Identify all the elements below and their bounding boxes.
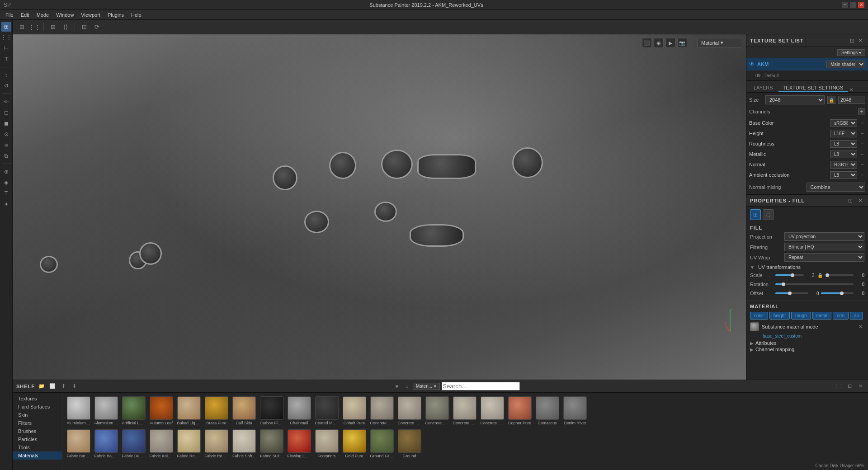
tool-move[interactable]: ↕ <box>1 70 11 80</box>
tool-eyedrop[interactable]: ⊙ <box>1 129 11 139</box>
shelf-sidebar-materials[interactable]: Materials <box>13 451 62 460</box>
viewport[interactable]: ⬛ ◉ ▶ 📷 Material ▾ <box>13 34 746 380</box>
pf-projection-select[interactable]: UV projection <box>784 232 864 241</box>
shelf-item-ground[interactable]: Ground <box>397 429 422 459</box>
toolbar-3d[interactable]: ⊞ <box>47 22 58 33</box>
shelf-item-fabric-rough1[interactable]: Fabric Rough... <box>176 429 201 459</box>
tool-particles[interactable]: ✦ <box>1 199 11 209</box>
tool-paint[interactable]: ⊢ <box>1 43 11 53</box>
shelf-item-concrete-si[interactable]: Concrete Si... <box>452 396 477 426</box>
pf-filtering-select[interactable]: Bilinear | HQ <box>784 243 864 251</box>
tsl-shader-select[interactable]: Main shader <box>826 61 865 68</box>
uv-scale-slider-1[interactable] <box>775 272 804 279</box>
mat-tab-color[interactable]: color <box>750 312 768 320</box>
tab-texture-set-settings[interactable]: TEXTURE SET SETTINGS <box>778 83 848 92</box>
shelf-item-flowing-lav[interactable]: Flowing Lav... <box>287 429 311 459</box>
channel-mapping-header[interactable]: ▶ Channel mapping <box>750 347 864 352</box>
tsl-close-btn[interactable]: ✕ <box>856 37 864 45</box>
shelf-item-damascus[interactable]: Damascus <box>535 396 560 426</box>
shelf-sidebar-particles[interactable]: Particles <box>13 435 62 443</box>
tab-layers[interactable]: LAYERS <box>749 83 778 92</box>
minimize-button[interactable]: − <box>842 2 848 8</box>
channel-minus-normal[interactable]: − <box>859 161 865 168</box>
shelf-item-baked-light[interactable]: Baked Light _ <box>176 396 201 426</box>
channel-minus-roughness[interactable]: − <box>859 141 865 147</box>
channel-format-metallic[interactable]: L8 <box>830 150 857 158</box>
shelf-import-btn[interactable]: ⬆ <box>59 382 67 390</box>
mat-tab-rough[interactable]: rough <box>791 312 811 320</box>
shelf-search-btn[interactable]: ○ <box>403 382 411 390</box>
shelf-sidebar-hard-surfaces[interactable]: Hard Surfaces <box>13 403 62 411</box>
uv-offset-slider-2[interactable] <box>821 290 854 297</box>
shelf-item-copper-pure[interactable]: Copper Pure <box>507 396 532 426</box>
channel-format-ao[interactable]: L8 <box>830 171 857 179</box>
tool-brush[interactable]: ✏ <box>1 97 11 107</box>
shelf-item-footprints[interactable]: Footprints <box>314 429 339 459</box>
toolbar-reset[interactable]: ⟳ <box>91 22 102 33</box>
shelf-item-concrete-d[interactable]: Concrete D... <box>425 396 449 426</box>
shelf-search-input[interactable] <box>442 382 520 390</box>
attributes-header[interactable]: ▶ Attributes <box>750 340 864 346</box>
mat-tab-ao[interactable]: ao <box>850 312 863 320</box>
material-close-button[interactable]: ✕ <box>857 323 864 330</box>
toolbar-frame[interactable]: ⊡ <box>79 22 90 33</box>
tool-text[interactable]: T <box>1 188 11 198</box>
shelf-folder-btn[interactable]: 📁 <box>38 382 46 390</box>
tool-smudge[interactable]: ≋ <box>1 140 11 150</box>
tsl-item-row[interactable]: 👁 AKM Main shader <box>746 58 868 70</box>
menu-help[interactable]: Help <box>127 11 145 19</box>
viewport-material-dropdown[interactable]: Material ▾ <box>697 38 742 47</box>
tool-fill[interactable]: ◼ <box>1 118 11 128</box>
pf-expand-btn[interactable]: ⊡ <box>846 197 854 205</box>
tool-grid[interactable]: ⋮⋮ <box>1 33 11 42</box>
uv-rotation-slider[interactable] <box>775 281 854 288</box>
shelf-item-ground-gra[interactable]: Ground Gra... <box>369 429 394 459</box>
shelf-grid-toggle[interactable]: ⋮⋮ <box>835 382 843 390</box>
shelf-minimize-btn[interactable]: ⊡ <box>845 382 854 390</box>
uv-scale-lock[interactable]: 🔒 <box>816 272 824 279</box>
menu-edit[interactable]: Edit <box>17 11 33 19</box>
menu-plugins[interactable]: Plugins <box>104 11 127 19</box>
shelf-item-calf-skin[interactable]: Calf Skin <box>231 396 256 426</box>
shelf-new-btn[interactable]: ⬜ <box>48 382 57 390</box>
shelf-item-fabric-base[interactable]: Fabric Base... <box>94 429 118 459</box>
mat-tab-metal[interactable]: metal <box>812 312 831 320</box>
uv-transformations-header[interactable]: ▼ UV transformations <box>750 264 864 270</box>
shelf-item-fabric-rough2[interactable]: Fabric Roug... <box>204 429 229 459</box>
uv-offset-slider-1[interactable] <box>775 290 808 297</box>
shelf-sidebar-skin[interactable]: Skin <box>13 411 62 419</box>
shelf-item-brass-pure[interactable]: Brass Pure <box>204 396 229 426</box>
shelf-item-fabric-suit[interactable]: Fabric Suit... <box>259 429 284 459</box>
shelf-item-denim-rivet[interactable]: Denim Rivet <box>562 396 587 426</box>
shelf-item-concrete-b[interactable]: Concrete B... <box>369 396 394 426</box>
shelf-filter-tag[interactable]: Materi... ✕ <box>413 383 440 390</box>
shelf-item-aluminium2[interactable]: Aluminium ... <box>94 396 118 426</box>
material-custom-label[interactable]: base_steel_custom <box>763 334 802 338</box>
menu-mode[interactable]: Mode <box>33 11 53 19</box>
shelf-item-cobalt-pure[interactable]: Cobalt Pure <box>342 396 367 426</box>
shelf-item-concrete-cl[interactable]: Concrete Cl... <box>397 396 422 426</box>
pf-mode-paint-btn[interactable]: ◌ <box>763 209 774 220</box>
shelf-item-aluminium1[interactable]: Aluminium ... <box>66 396 91 426</box>
shelf-item-concrete-s2[interactable]: Concrete S... <box>480 396 505 426</box>
tool-material[interactable]: ◈ <box>1 178 11 188</box>
shelf-sidebar-filters[interactable]: Filters <box>13 419 62 427</box>
shelf-item-carbon-fiber[interactable]: Carbon Fiber <box>259 396 284 426</box>
mat-tab-height[interactable]: height <box>769 312 790 320</box>
pf-mode-fill-btn[interactable]: ⊞ <box>750 209 761 220</box>
toolbar-grid-large[interactable]: ⋮⋮ <box>29 22 40 33</box>
shelf-sidebar-tools[interactable]: Tools <box>13 443 62 451</box>
menu-window[interactable]: Window <box>52 11 77 19</box>
normal-mixing-select[interactable]: Combine <box>807 183 866 192</box>
shelf-item-fabric-soft[interactable]: Fabric Soft... <box>231 429 256 459</box>
shelf-item-gold-pure[interactable]: Gold Pure <box>342 429 367 459</box>
viewport-icon-camera[interactable]: 📷 <box>677 38 687 48</box>
tool-rotate[interactable]: ↺ <box>1 81 11 91</box>
tss-size-select[interactable]: 2048 1024 4096 <box>765 95 825 104</box>
menu-viewport[interactable]: Viewport <box>77 11 104 19</box>
tool-clone[interactable]: ⧉ <box>1 151 11 161</box>
channels-add-button[interactable]: + <box>858 108 865 115</box>
maximize-button[interactable]: □ <box>850 2 856 8</box>
shelf-item-autumn-leaf[interactable]: Autumn Leaf <box>149 396 174 426</box>
shelf-filter-btn[interactable]: ▼ <box>393 382 401 390</box>
